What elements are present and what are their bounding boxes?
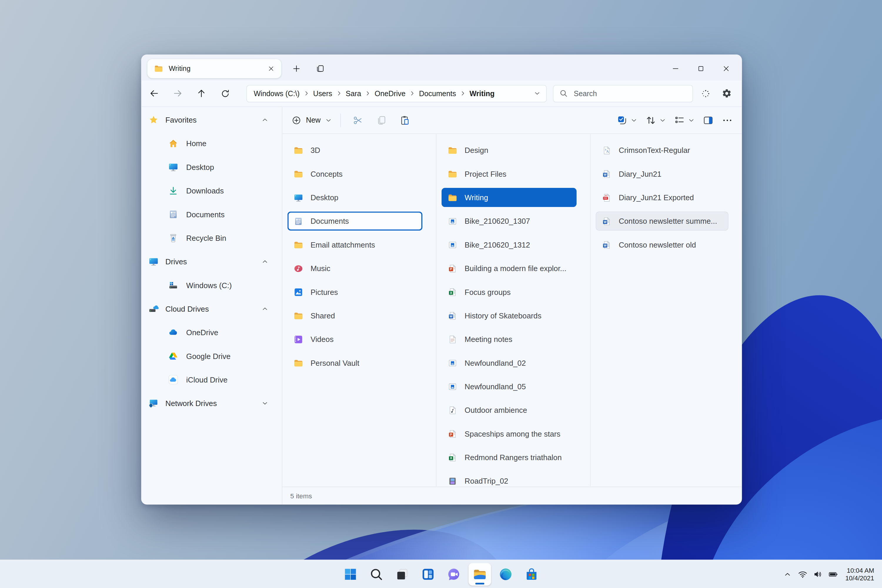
sidebar-section-drives[interactable]: Drives — [141, 252, 280, 271]
sync-status-icon[interactable] — [696, 84, 714, 102]
breadcrumb-segment[interactable]: Users — [313, 89, 332, 98]
file-item-documents[interactable]: Documents — [288, 212, 423, 231]
file-item-newfoundland-02[interactable]: Newfoundland_02 — [442, 353, 576, 372]
file-item-focus-groups[interactable]: XFocus groups — [442, 282, 576, 302]
chevron-up-icon[interactable] — [262, 306, 268, 312]
gear-icon[interactable] — [718, 84, 736, 102]
breadcrumb-segment[interactable]: OneDrive — [375, 89, 405, 98]
new-tab-button[interactable] — [288, 60, 305, 77]
breadcrumb-segment[interactable]: Documents — [419, 89, 456, 98]
copy-button[interactable] — [372, 111, 391, 129]
sidebar-section-favorites[interactable]: Favorites — [141, 110, 280, 129]
battery-icon[interactable] — [825, 566, 841, 583]
file-item-newfoundland-05[interactable]: Newfoundland_05 — [442, 377, 576, 396]
sidebar-item-documents[interactable]: Documents — [141, 205, 280, 224]
file-item-roadtrip-02[interactable]: RoadTrip_02 — [442, 471, 576, 487]
file-item-design[interactable]: Design — [442, 141, 576, 160]
forward-button[interactable] — [169, 84, 187, 102]
widgets-icon — [421, 567, 435, 582]
tab-writing[interactable]: Writing — [147, 59, 281, 78]
file-item-redmond-rangers-triathalon[interactable]: XRedmond Rangers triathalon — [442, 448, 576, 467]
breadcrumb-segment[interactable]: Writing — [470, 89, 495, 98]
sidebar-item-desktop[interactable]: Desktop — [141, 158, 280, 177]
file-item-shared[interactable]: Shared — [288, 306, 423, 325]
file-item-diary-jun21[interactable]: WDiary_Jun21 — [596, 164, 729, 183]
file-item-3d[interactable]: 3D — [288, 141, 423, 160]
file-item-building-a-modern-file-explor[interactable]: PBuilding a modern file explor... — [442, 259, 576, 278]
cut-button[interactable] — [348, 111, 367, 129]
taskbar-clock[interactable]: 10:04 AM 10/4/2021 — [845, 566, 874, 582]
chevron-up-icon — [262, 306, 268, 312]
chevron-down-icon[interactable] — [262, 400, 268, 406]
file-item-spaceships-among-the-stars[interactable]: PSpaceships among the stars — [442, 424, 576, 443]
maximize-button[interactable] — [688, 58, 713, 80]
file-item-meeting-notes[interactable]: Meeting notes — [442, 330, 576, 349]
breadcrumb[interactable]: Windows (C:\)UsersSaraOneDriveDocumentsW… — [246, 85, 547, 102]
up-button[interactable] — [192, 84, 210, 102]
sidebar-item-home[interactable]: Home — [141, 134, 280, 153]
search-input[interactable] — [573, 88, 670, 98]
taskbar-search-button[interactable] — [365, 563, 388, 586]
new-button-label: New — [306, 116, 321, 124]
file-item-concepts[interactable]: Concepts — [288, 164, 423, 183]
back-button[interactable] — [145, 84, 163, 102]
file-item-outdoor-ambience[interactable]: Outdoor ambience — [442, 400, 576, 420]
minimize-button[interactable] — [663, 58, 688, 80]
file-item-personal-vault[interactable]: Personal Vault — [288, 353, 423, 372]
tab-close-icon[interactable] — [264, 62, 278, 75]
file-item-contoso-newsletter-old[interactable]: WContoso newsletter old — [596, 235, 729, 254]
sidebar-item-google-drive[interactable]: Google Drive — [141, 346, 280, 366]
file-item-writing[interactable]: Writing — [442, 188, 576, 207]
taskbar-store-button[interactable] — [520, 563, 543, 586]
file-item-desktop[interactable]: Desktop — [288, 188, 423, 207]
file-item-diary-jun21-exported[interactable]: PDFDiary_Jun21 Exported — [596, 188, 729, 207]
taskbar-task-view-button[interactable] — [391, 563, 414, 586]
breadcrumb-segment[interactable]: Windows (C:\) — [254, 89, 300, 98]
search-box[interactable] — [553, 85, 693, 102]
file-item-bike-210620-1312[interactable]: Bike_210620_1312 — [442, 235, 576, 254]
sidebar-section-network-drives[interactable]: Network Drives — [141, 394, 280, 413]
paste-button[interactable] — [395, 111, 414, 129]
file-item-crimsontext-regular[interactable]: AACrimsonText-Regular — [596, 141, 729, 160]
close-button[interactable] — [713, 58, 738, 80]
sidebar-item-icloud-drive[interactable]: iCloud Drive — [141, 370, 280, 389]
file-item-email-attatchments[interactable]: Email attatchments — [288, 235, 423, 254]
breadcrumb-segment[interactable]: Sara — [346, 89, 362, 98]
taskbar-file-explorer-button[interactable] — [469, 563, 491, 586]
taskbar-widgets-button[interactable] — [417, 563, 440, 586]
wifi-icon[interactable] — [795, 566, 810, 583]
sidebar-item-onedrive[interactable]: OneDrive — [141, 323, 280, 342]
sidebar-item-recycle-bin[interactable]: Recycle Bin — [141, 228, 280, 248]
file-item-music[interactable]: Music — [288, 259, 423, 278]
taskbar-edge-button[interactable] — [495, 563, 517, 586]
taskbar-start-button[interactable] — [339, 563, 362, 586]
sidebar-item-windows-c[interactable]: Windows (C:) — [141, 276, 280, 295]
chevron-up-icon[interactable] — [262, 116, 268, 123]
file-item-label: Newfoundland_05 — [465, 382, 526, 391]
new-button[interactable]: New — [291, 115, 332, 125]
task-view-icon — [395, 567, 410, 582]
file-item-pictures[interactable]: Pictures — [288, 282, 423, 302]
volume-icon[interactable] — [810, 566, 826, 583]
see-more-button[interactable] — [722, 114, 733, 126]
taskbar-chat-button[interactable] — [443, 563, 465, 586]
tray-chevron-icon[interactable] — [780, 566, 795, 583]
file-explorer-window: Writing Windows (C:\)UsersSaraOneDriveDo… — [141, 55, 742, 505]
sort-button[interactable] — [645, 114, 666, 126]
file-item-contoso-newsletter-summe[interactable]: WContoso newsletter summe... — [596, 212, 729, 231]
ppt-file-icon: P — [448, 429, 458, 439]
details-pane-button[interactable] — [703, 114, 714, 126]
sidebar-section-cloud-drives[interactable]: Cloud Drives — [141, 299, 280, 318]
file-item-history-of-skateboards[interactable]: WHistory of Skateboards — [442, 306, 576, 325]
file-item-bike-210620-1307[interactable]: Bike_210620_1307 — [442, 212, 576, 231]
sidebar-item-downloads[interactable]: Downloads — [141, 181, 280, 200]
refresh-button[interactable] — [216, 84, 234, 102]
view-button[interactable] — [674, 114, 695, 126]
select-all-button[interactable] — [616, 114, 638, 126]
file-item-videos[interactable]: Videos — [288, 330, 423, 349]
address-dropdown-icon[interactable] — [534, 90, 541, 97]
file-item-project-files[interactable]: Project Files — [442, 164, 576, 183]
folder-icon — [294, 240, 303, 250]
tab-actions-icon[interactable] — [312, 60, 328, 77]
chevron-up-icon[interactable] — [262, 258, 268, 265]
